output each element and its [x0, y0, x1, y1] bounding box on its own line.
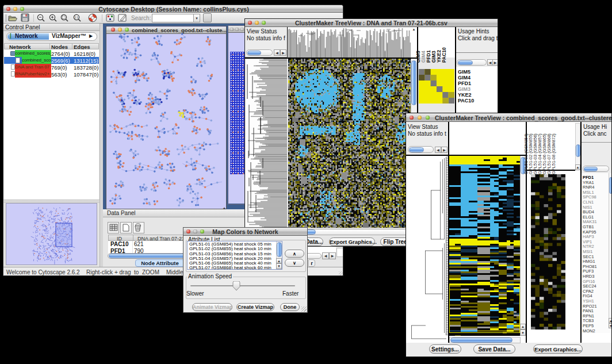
svg-text:1:1: 1:1 [75, 16, 79, 19]
